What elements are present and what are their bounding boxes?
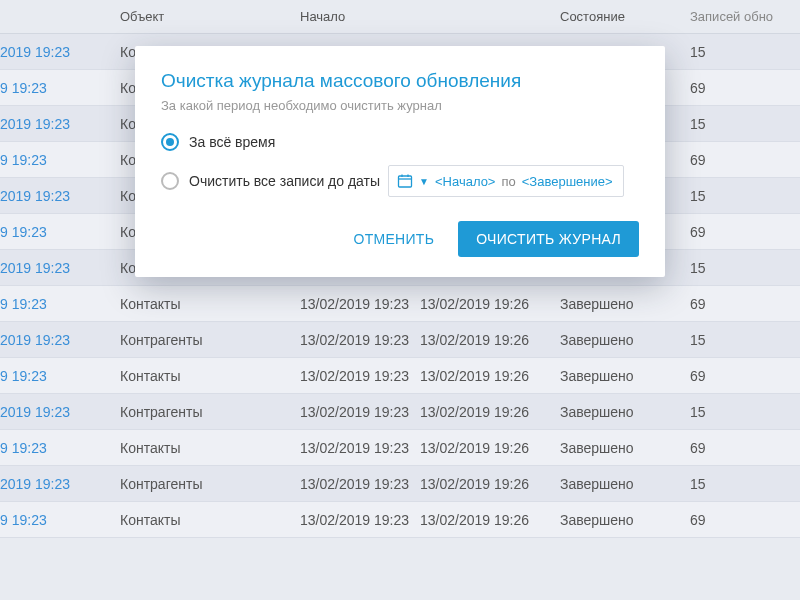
date-start-placeholder: <Начало> [435,174,495,189]
cell-count: 69 [690,440,780,456]
cell-count: 15 [690,332,780,348]
cell-count: 15 [690,188,780,204]
table-row[interactable]: 2019 19:23Контрагенты13/02/2019 19:2313/… [0,394,800,430]
cell-count: 69 [690,152,780,168]
col-header-count: Записей обно [690,9,780,24]
svg-rect-0 [399,176,412,187]
cell-object: Контакты [120,368,300,384]
col-header-start: Начало [300,9,420,24]
cell-count: 69 [690,296,780,312]
cell-created: 2019 19:23 [0,476,120,492]
table-header: Объект Начало Состояние Записей обно [0,0,800,34]
cell-end: 13/02/2019 19:26 [420,440,560,456]
cell-state: Завершено [560,404,690,420]
cell-start: 13/02/2019 19:23 [300,512,420,528]
cell-created: 9 19:23 [0,224,120,240]
cell-start: 13/02/2019 19:23 [300,296,420,312]
cell-created: 9 19:23 [0,368,120,384]
cell-created: 9 19:23 [0,440,120,456]
cell-object: Контрагенты [120,476,300,492]
table-row[interactable]: 9 19:23Контакты13/02/2019 19:2313/02/201… [0,430,800,466]
cell-created: 2019 19:23 [0,188,120,204]
cell-count: 15 [690,116,780,132]
cell-object: Контакты [120,440,300,456]
cell-object: Контакты [120,296,300,312]
table-row[interactable]: 9 19:23Контакты13/02/2019 19:2313/02/201… [0,502,800,538]
cell-created: 2019 19:23 [0,404,120,420]
cell-count: 15 [690,476,780,492]
cell-state: Завершено [560,368,690,384]
date-range-separator: по [501,174,515,189]
cell-start: 13/02/2019 19:23 [300,332,420,348]
dialog-title: Очистка журнала массового обновления [161,70,639,92]
chevron-down-icon: ▼ [419,176,429,187]
table-row[interactable]: 2019 19:23Контрагенты13/02/2019 19:2313/… [0,466,800,502]
cell-count: 69 [690,512,780,528]
table-row[interactable]: 2019 19:23Контрагенты13/02/2019 19:2313/… [0,322,800,358]
cell-state: Завершено [560,296,690,312]
cell-count: 69 [690,368,780,384]
cell-end: 13/02/2019 19:26 [420,368,560,384]
cancel-button[interactable]: ОТМЕНИТЬ [347,223,440,255]
cell-created: 2019 19:23 [0,116,120,132]
radio-label: За всё время [189,134,275,150]
radio-option-all[interactable]: За всё время [161,133,639,151]
table-row[interactable]: 9 19:23Контакты13/02/2019 19:2313/02/201… [0,358,800,394]
cell-state: Завершено [560,440,690,456]
cell-created: 2019 19:23 [0,44,120,60]
cell-count: 69 [690,80,780,96]
cell-count: 15 [690,44,780,60]
cell-end: 13/02/2019 19:26 [420,332,560,348]
radio-icon [161,133,179,151]
radio-icon [161,172,179,190]
cell-created: 9 19:23 [0,296,120,312]
cell-created: 9 19:23 [0,80,120,96]
col-header-object: Объект [120,9,300,24]
dialog-subtitle: За какой период необходимо очистить журн… [161,98,639,113]
cell-state: Завершено [560,332,690,348]
cell-count: 69 [690,224,780,240]
cell-state: Завершено [560,512,690,528]
radio-label: Очистить все записи до даты [189,173,380,189]
clear-log-dialog: Очистка журнала массового обновления За … [135,46,665,277]
cell-count: 15 [690,404,780,420]
cell-start: 13/02/2019 19:23 [300,368,420,384]
table-row[interactable]: 9 19:23Контакты13/02/2019 19:2313/02/201… [0,286,800,322]
cell-count: 15 [690,260,780,276]
calendar-icon [397,173,413,189]
cell-created: 9 19:23 [0,512,120,528]
cell-end: 13/02/2019 19:26 [420,512,560,528]
cell-start: 13/02/2019 19:23 [300,440,420,456]
cell-state: Завершено [560,476,690,492]
cell-object: Контакты [120,512,300,528]
clear-log-button[interactable]: ОЧИСТИТЬ ЖУРНАЛ [458,221,639,257]
cell-start: 13/02/2019 19:23 [300,476,420,492]
cell-created: 2019 19:23 [0,332,120,348]
col-header-state: Состояние [560,9,690,24]
cell-end: 13/02/2019 19:26 [420,476,560,492]
cell-created: 2019 19:23 [0,260,120,276]
date-range-picker[interactable]: ▼ <Начало> по <Завершение> [388,165,624,197]
date-end-placeholder: <Завершение> [522,174,613,189]
cell-created: 9 19:23 [0,152,120,168]
cell-object: Контрагенты [120,332,300,348]
dialog-actions: ОТМЕНИТЬ ОЧИСТИТЬ ЖУРНАЛ [161,221,639,257]
cell-end: 13/02/2019 19:26 [420,404,560,420]
radio-option-until-date[interactable]: Очистить все записи до даты ▼ <Начало> п… [161,165,639,197]
cell-start: 13/02/2019 19:23 [300,404,420,420]
cell-object: Контрагенты [120,404,300,420]
cell-end: 13/02/2019 19:26 [420,296,560,312]
